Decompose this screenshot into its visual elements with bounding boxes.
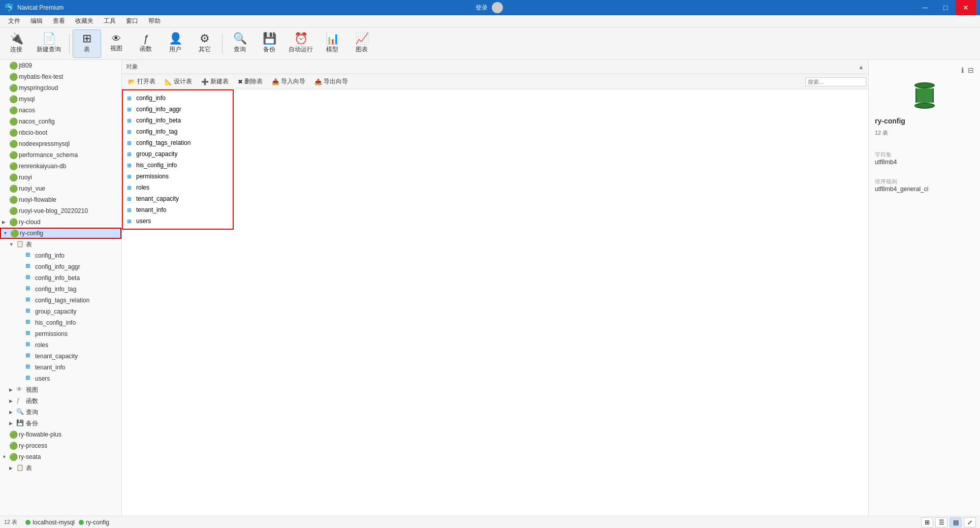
sidebar-item-ruoyi-vue[interactable]: 🟢 ruoyi_vue (0, 183, 121, 194)
sidebar-item-nacos[interactable]: 🟢 nacos (0, 105, 121, 116)
login-label[interactable]: 登录 (476, 4, 488, 12)
toolbar-new-query[interactable]: 📄 新建查询 (31, 29, 66, 58)
scroll-up-icon[interactable]: ▲ (858, 64, 864, 71)
view-grid-button[interactable]: ⊞ (921, 517, 933, 527)
minimize-button[interactable]: ─ (915, 0, 935, 15)
toolbar-autorun[interactable]: ⏰ 自动运行 (284, 29, 317, 58)
status-connection-1[interactable]: localhost-mysql (25, 519, 75, 526)
delete-table-button[interactable]: ✖ 删除表 (234, 76, 267, 87)
toolbar-user[interactable]: 👤 用户 (161, 29, 189, 58)
table-item-tenant-capacity[interactable]: ⊞ tenant_capacity (125, 193, 231, 204)
table-icon: ⊞ (127, 174, 134, 179)
sidebar-folder-view[interactable]: ▶ 👁 视图 (0, 384, 121, 395)
sidebar-item-perf[interactable]: 🟢 performance_schema (0, 149, 121, 161)
sidebar-item-ry-cloud[interactable]: ▶ 🟢 ry-cloud (0, 216, 121, 228)
table-item-users[interactable]: ⊞ users (125, 215, 231, 227)
view-detail-button[interactable]: ▤ (950, 517, 962, 527)
sidebar-item-ruoyi-flowable[interactable]: 🟢 ruoyi-flowable (0, 194, 121, 205)
new-table-button[interactable]: ➕ 新建表 (197, 76, 233, 87)
table-item-config-info[interactable]: ⊞ config_info (125, 92, 231, 104)
db-visual (875, 82, 974, 109)
db-label: ry-seata (19, 453, 41, 460)
menu-favorites[interactable]: 收藏夹 (71, 16, 98, 26)
toolbar-model[interactable]: 📊 模型 (318, 29, 346, 58)
status-connection-2[interactable]: ry-config (79, 519, 109, 526)
sidebar-folder-function[interactable]: ▶ ƒ 函数 (0, 395, 121, 407)
table-item-roles[interactable]: ⊞ roles (125, 182, 231, 193)
sidebar-item-ry-config[interactable]: ▼ 🟢 ry-config (0, 228, 121, 239)
sidebar-item-jt809[interactable]: 🟢 jt809 (0, 60, 121, 71)
sidebar-item-myspringcloud[interactable]: 🟢 myspringcloud (0, 82, 121, 94)
search-input[interactable] (805, 77, 866, 86)
open-table-button[interactable]: 📂 打开表 (124, 76, 160, 87)
table-label: config_tags_relation (35, 297, 89, 304)
status-view-controls: ⊞ ☰ ▤ ⤢ (921, 517, 976, 527)
sidebar-table-config-tags-relation[interactable]: ⊞ config_tags_relation (0, 295, 121, 306)
menu-tools[interactable]: 工具 (100, 16, 120, 26)
sidebar-item-ry-seata[interactable]: ▼ 🟢 ry-seata (0, 451, 121, 462)
view-expand-button[interactable]: ⤢ (964, 517, 976, 527)
table-item-permissions[interactable]: ⊞ permissions (125, 171, 231, 182)
sidebar-item-mysql[interactable]: 🟢 mysql (0, 94, 121, 105)
toolbar-table[interactable]: ⊞ 表 (73, 29, 101, 58)
db-label: performance_schema (19, 151, 78, 159)
table-item-config-info-aggr[interactable]: ⊞ config_info_aggr (125, 104, 231, 115)
table-item-group-capacity[interactable]: ⊞ group_capacity (125, 148, 231, 160)
table-item-tenant-info[interactable]: ⊞ tenant_info (125, 204, 231, 215)
sidebar-table-roles[interactable]: ⊞ roles (0, 339, 121, 351)
sidebar-table-config-info[interactable]: ⊞ config_info (0, 250, 121, 261)
sidebar-item-ruoyi-blog[interactable]: 🟢 ruoyi-vue-blog_20220210 (0, 205, 121, 216)
toolbar-other[interactable]: ⚙ 其它 (191, 29, 219, 58)
toolbar-backup[interactable]: 💾 备份 (255, 29, 283, 58)
toolbar-view[interactable]: 👁 视图 (102, 29, 131, 58)
sidebar-table-group-capacity[interactable]: ⊞ group_capacity (0, 306, 121, 317)
sidebar-item-nodeexpress[interactable]: 🟢 nodeexpressmysql (0, 138, 121, 149)
table-view-icon[interactable]: ⊟ (968, 66, 974, 74)
toolbar-query[interactable]: 🔍 查询 (226, 29, 254, 58)
table-icon: ⊞ (127, 107, 134, 112)
sidebar-folder-table[interactable]: ▼ 📋 表 (0, 239, 121, 250)
sidebar-item-ry-process[interactable]: 🟢 ry-process (0, 440, 121, 451)
info-icon[interactable]: ℹ (961, 66, 964, 74)
toolbar-chart[interactable]: 📈 图表 (347, 29, 376, 58)
sidebar-table-config-info-beta[interactable]: ⊞ config_info_beta (0, 272, 121, 284)
toolbar-function[interactable]: ƒ 函数 (132, 29, 160, 58)
connect-icon: 🔌 (10, 33, 23, 44)
sidebar-table-config-info-aggr[interactable]: ⊞ config_info_aggr (0, 261, 121, 272)
sidebar-item-mybatis[interactable]: 🟢 mybatis-flex-test (0, 71, 121, 82)
sidebar-table-config-info-tag[interactable]: ⊞ config_info_tag (0, 284, 121, 295)
table-item-config-info-beta[interactable]: ⊞ config_info_beta (125, 115, 231, 126)
sidebar-item-ry-flowable-plus[interactable]: 🟢 ry-flowable-plus (0, 429, 121, 440)
sidebar-table-his-config-info[interactable]: ⊞ his_config_info (0, 317, 121, 328)
sidebar-item-ruoyi[interactable]: 🟢 ruoyi (0, 172, 121, 183)
import-wizard-button[interactable]: 📥 导入向导 (268, 76, 309, 87)
sidebar-folder-query[interactable]: ▶ 🔍 查询 (0, 407, 121, 418)
menu-window[interactable]: 窗口 (122, 16, 142, 26)
menu-file[interactable]: 文件 (4, 16, 24, 26)
view-list-button[interactable]: ☰ (935, 517, 947, 527)
menu-view[interactable]: 查看 (49, 16, 69, 26)
sidebar-table-permissions[interactable]: ⊞ permissions (0, 328, 121, 339)
db-label: ry-process (19, 442, 47, 449)
export-wizard-button[interactable]: 📤 导出向导 (310, 76, 352, 87)
table-item-his-config-info[interactable]: ⊞ his_config_info (125, 160, 231, 171)
sidebar-item-nacos-config[interactable]: 🟢 nacos_config (0, 116, 121, 127)
design-table-button[interactable]: 📐 设计表 (161, 76, 196, 87)
sidebar-folder-backup[interactable]: ▶ 💾 备份 (0, 418, 121, 429)
sidebar-folder-table-seata[interactable]: ▶ 📋 表 (0, 462, 121, 474)
table-name: users (136, 218, 151, 225)
table-item-config-tags-relation[interactable]: ⊞ config_tags_relation (125, 137, 231, 148)
toolbar-connect[interactable]: 🔌 连接 (2, 29, 30, 58)
sidebar-item-nbcio[interactable]: 🟢 nbcio-boot (0, 127, 121, 138)
design-label: 设计表 (174, 77, 192, 86)
db-icon: 🟢 (9, 453, 17, 461)
sidebar-table-tenant-info[interactable]: ⊞ tenant_info (0, 362, 121, 373)
menu-edit[interactable]: 编辑 (26, 16, 47, 26)
menu-help[interactable]: 帮助 (144, 16, 165, 26)
sidebar-table-users[interactable]: ⊞ users (0, 373, 121, 384)
sidebar-table-tenant-capacity[interactable]: ⊞ tenant_capacity (0, 351, 121, 362)
close-button[interactable]: ✕ (956, 0, 976, 15)
sidebar-item-renren[interactable]: 🟢 renrenkaiyuan-db (0, 161, 121, 172)
maximize-button[interactable]: □ (935, 0, 956, 15)
table-item-config-info-tag[interactable]: ⊞ config_info_tag (125, 126, 231, 137)
